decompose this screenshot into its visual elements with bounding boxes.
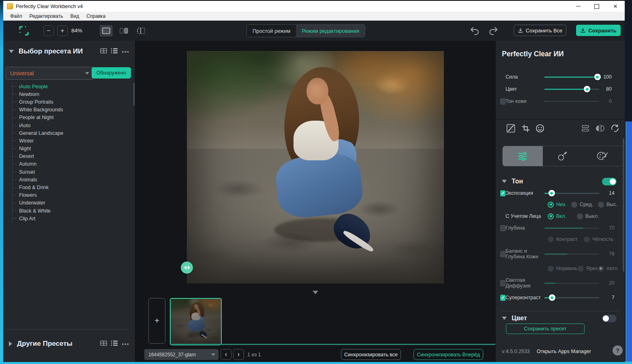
collapse-triangle-icon[interactable] (9, 50, 14, 53)
filmstrip-collapse-icon[interactable] (313, 291, 318, 294)
help-button[interactable]: ? (613, 345, 623, 355)
right-scrollbar-thumb[interactable] (623, 138, 624, 272)
preset-item[interactable]: Animals (13, 176, 63, 183)
slider-handle[interactable] (548, 190, 555, 196)
preset-item[interactable]: Flowers (13, 192, 63, 199)
checkbox[interactable]: ✓ (500, 190, 506, 196)
view-compare-button[interactable] (135, 25, 148, 36)
add-image-button[interactable]: + (148, 298, 165, 344)
menu-item-2[interactable]: Вид (66, 13, 83, 19)
slider-handle[interactable] (549, 294, 555, 301)
checkbox[interactable] (500, 280, 506, 286)
preset-item[interactable]: Food & Drink (13, 183, 63, 191)
view-single-button[interactable] (100, 25, 113, 36)
menu-item-1[interactable]: Редактировать (26, 13, 67, 19)
radio-option[interactable]: Сред. (571, 202, 593, 208)
slider[interactable] (544, 190, 599, 196)
filename-dropdown[interactable]: 1644582552_37-glam (144, 349, 219, 360)
prev-image-button[interactable]: ‹ (221, 349, 231, 360)
thumbnail-selected[interactable] (170, 298, 222, 345)
before-after-handle[interactable] (181, 262, 193, 274)
checkbox[interactable] (500, 225, 506, 231)
crop-icon[interactable] (521, 123, 531, 134)
sync-forward-button[interactable]: Синхронизировать Вперёд (413, 349, 483, 360)
preset-item[interactable]: Group Portraits (13, 98, 63, 106)
mode-edit[interactable]: Режим редактирования (296, 25, 365, 37)
preset-item[interactable]: White Backgrounds (13, 106, 63, 114)
grid-view-icon[interactable] (100, 340, 107, 348)
slider[interactable] (544, 74, 599, 80)
next-image-button[interactable]: › (233, 349, 244, 360)
menu-item-3[interactable]: Справка (83, 13, 109, 19)
preset-item[interactable]: Sunset (13, 168, 63, 176)
preset-item[interactable]: Clip Art (13, 215, 63, 222)
slider[interactable] (544, 86, 599, 92)
more-options-icon[interactable]: ••• (122, 50, 129, 54)
expand-triangle-icon[interactable] (9, 341, 12, 346)
preset-item[interactable]: iAuto (13, 121, 63, 129)
radio-option[interactable]: Низ. (548, 202, 566, 208)
grid-view-icon[interactable] (100, 48, 107, 55)
apps-manager-link[interactable]: Открыть Apps Manager (537, 349, 591, 354)
view-split-button[interactable] (118, 25, 131, 36)
preset-item[interactable]: People at Night (13, 114, 63, 121)
slider[interactable] (544, 294, 599, 301)
menu-item-0[interactable]: Файл (6, 13, 26, 19)
minimize-button[interactable] (569, 1, 587, 12)
preset-item[interactable]: Winter (13, 137, 63, 145)
collapse-triangle-icon[interactable] (502, 317, 507, 320)
preset-item[interactable]: General Landscape (13, 129, 63, 137)
slider-handle[interactable] (594, 74, 601, 80)
preset-item[interactable]: Underwater (13, 199, 63, 207)
tone-toggle[interactable] (602, 178, 617, 185)
save-button[interactable]: Сохранить (576, 25, 621, 36)
slider[interactable] (544, 98, 599, 104)
flip-horizontal-icon[interactable] (595, 123, 605, 134)
curves-icon[interactable] (506, 123, 516, 134)
checkbox[interactable]: ✓ (500, 295, 506, 301)
filmstrip-scrollbar[interactable] (170, 344, 495, 345)
flip-vertical-icon[interactable] (580, 123, 591, 134)
face-detect-icon[interactable] (535, 123, 545, 134)
close-button[interactable]: × (606, 1, 625, 12)
radio-option[interactable]: Нормаль (548, 266, 577, 272)
undo-button[interactable] (469, 26, 480, 36)
save-preset-button[interactable]: Сохранить пресет (506, 324, 585, 334)
preset-item[interactable]: Night (13, 145, 63, 153)
radio-option[interactable]: Выкл. (577, 213, 599, 219)
rotate-icon[interactable] (610, 123, 620, 134)
zoom-in-button[interactable]: + (57, 26, 68, 36)
radio-option[interactable]: Выс. (598, 202, 617, 208)
collapse-triangle-icon[interactable] (502, 180, 507, 183)
redo-button[interactable] (488, 26, 499, 36)
slider[interactable] (544, 251, 599, 257)
radio-option[interactable]: Авто (598, 266, 617, 272)
preset-item[interactable]: Autumn (13, 160, 63, 168)
slider-handle[interactable] (584, 86, 590, 92)
radio-option[interactable]: Чёткость (584, 236, 613, 243)
detected-button[interactable]: Обнаружено (92, 67, 131, 79)
radio-option[interactable]: Вкл. (548, 213, 566, 219)
tab-looks[interactable] (583, 146, 623, 166)
mode-simple[interactable]: Простой режим (247, 25, 296, 37)
preset-item[interactable]: Black & White (13, 207, 63, 215)
preset-item[interactable]: Desert (13, 153, 63, 160)
color-toggle[interactable] (602, 315, 617, 322)
main-photo[interactable] (187, 51, 444, 283)
radio-option[interactable]: Контраст (548, 236, 578, 243)
slider[interactable] (544, 280, 599, 286)
list-view-icon[interactable] (111, 340, 118, 348)
slider[interactable] (544, 225, 599, 231)
zoom-out-button[interactable]: − (43, 26, 54, 36)
preset-group-dropdown[interactable]: Universal (6, 67, 94, 80)
more-options-icon[interactable]: ••• (122, 342, 129, 346)
tab-adjustments[interactable] (503, 146, 543, 166)
preset-item[interactable]: iAuto People (13, 83, 63, 90)
sync-all-button[interactable]: Синхронизировать все (341, 349, 401, 360)
left-scrollbar-thumb[interactable] (133, 83, 135, 106)
checkbox[interactable] (500, 251, 506, 257)
list-view-icon[interactable] (111, 48, 118, 55)
preset-item[interactable]: Newborn (13, 90, 63, 98)
save-all-button[interactable]: Сохранить Все (514, 25, 566, 36)
checkbox[interactable] (500, 98, 506, 104)
